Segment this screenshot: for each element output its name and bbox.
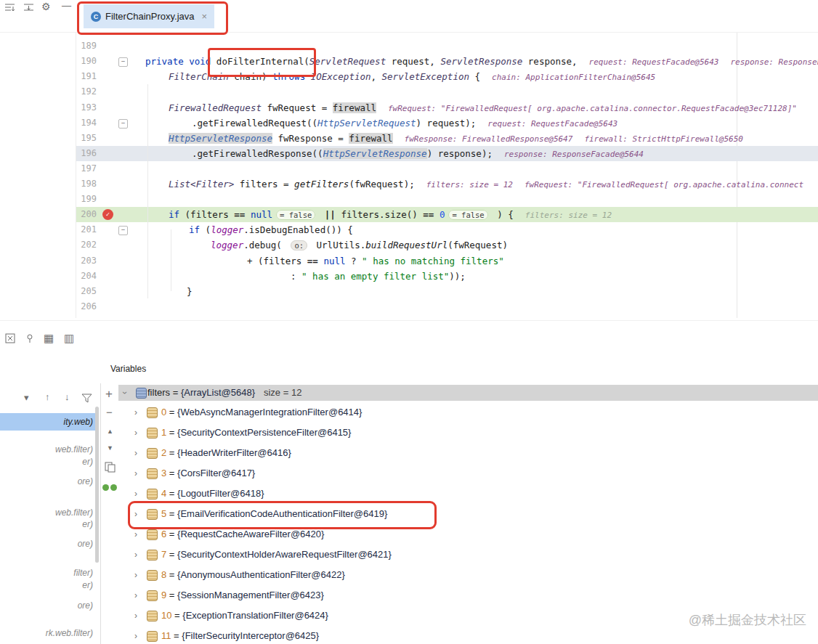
restore-layout-icon[interactable] bbox=[4, 333, 16, 347]
code-line-189[interactable]: 189 bbox=[76, 38, 818, 54]
chevron-right-icon[interactable]: › bbox=[134, 423, 137, 442]
code-line-206[interactable]: 206 bbox=[76, 299, 818, 314]
code-line-202[interactable]: 202logger.debug( o: UrlUtils.buildReques… bbox=[76, 237, 818, 253]
stack-frame-row-5[interactable]: er) bbox=[0, 518, 97, 531]
variables-row-8[interactable]: ›8 = {AnonymousAuthenticationFilter@6422… bbox=[118, 566, 818, 584]
variables-row-11[interactable]: ›11 = {FilterSecurityInterceptor@6425} bbox=[118, 627, 818, 644]
code-token: (fwRequest) bbox=[448, 240, 508, 250]
line-number[interactable]: 191 bbox=[76, 69, 97, 84]
stack-frame-row-8[interactable]: er) bbox=[0, 579, 97, 592]
line-number[interactable]: 200 bbox=[76, 207, 97, 222]
variables-row-3[interactable]: ›3 = {CorsFilter@6417} bbox=[118, 464, 818, 483]
code-line-197[interactable]: 197 bbox=[76, 161, 818, 176]
code-line-193[interactable]: 193FirewalledRequest fwRequest = firewal… bbox=[76, 100, 818, 115]
line-number[interactable]: 195 bbox=[76, 131, 97, 146]
chevron-down-icon[interactable]: › bbox=[117, 391, 133, 394]
value-icon bbox=[147, 468, 158, 479]
frames-panel[interactable]: ity.web)web.filter)er)ore)web.filter)er)… bbox=[0, 383, 100, 644]
chevron-right-icon[interactable]: › bbox=[134, 606, 137, 625]
add-watch-icon[interactable]: + bbox=[105, 387, 113, 402]
chevron-right-icon[interactable]: › bbox=[134, 403, 137, 422]
move-down-icon[interactable]: ▼ bbox=[107, 444, 113, 452]
code-line-199[interactable]: 199 bbox=[76, 192, 818, 207]
variables-row-0[interactable]: ›0 = {WebAsyncManagerIntegrationFilter@6… bbox=[118, 403, 818, 422]
variable-text: filters = {ArrayList@5648}size = 12 bbox=[147, 385, 301, 401]
code-line-195[interactable]: 195HttpServletResponse fwResponse = fire… bbox=[76, 131, 818, 146]
line-number[interactable]: 202 bbox=[76, 237, 97, 253]
code-token: request, bbox=[386, 56, 440, 67]
line-number[interactable]: 198 bbox=[76, 176, 97, 192]
chevron-right-icon[interactable]: › bbox=[134, 464, 137, 483]
code-line-192[interactable]: 192 bbox=[76, 84, 818, 99]
chevron-right-icon[interactable]: › bbox=[134, 586, 137, 605]
chevron-right-icon[interactable]: › bbox=[134, 444, 137, 462]
line-number[interactable]: 206 bbox=[76, 299, 97, 314]
code-token: HttpServletRequest bbox=[317, 118, 416, 129]
stack-frame-row-2[interactable]: er) bbox=[0, 456, 97, 468]
breakpoint-icon[interactable]: ✓ bbox=[102, 209, 113, 220]
code-line-203[interactable]: 203+ (filters == null ? " has no matchin… bbox=[76, 253, 818, 269]
code-line-196[interactable]: 196.getFirewalledResponse((HttpServletRe… bbox=[76, 146, 818, 161]
code-token: logger bbox=[211, 240, 243, 250]
variables-row-1[interactable]: ›1 = {SecurityContextPersistenceFilter@6… bbox=[118, 423, 818, 442]
stack-frame-row-10[interactable]: rk.web.filter) bbox=[0, 627, 97, 640]
variables-tab-label[interactable]: Variables bbox=[110, 364, 146, 374]
code-token: ) request); bbox=[416, 118, 477, 129]
layout-grid-icon[interactable]: ▦ bbox=[44, 332, 54, 345]
line-number[interactable]: 190 bbox=[76, 54, 97, 69]
copy-value-icon[interactable] bbox=[105, 462, 116, 476]
fold-marker-icon[interactable]: − bbox=[118, 57, 128, 67]
hide-panel-icon[interactable]: — bbox=[62, 0, 71, 11]
code-line-190[interactable]: 190−private void doFilterInternal(Servle… bbox=[76, 54, 818, 69]
scroll-from-source-icon[interactable] bbox=[4, 2, 15, 16]
pin-tab-icon[interactable] bbox=[24, 333, 36, 347]
code-line-198[interactable]: 198List<Filter> filters = getFilters(fwR… bbox=[76, 176, 818, 192]
fold-marker-icon[interactable]: − bbox=[118, 119, 128, 129]
gear-icon[interactable]: ⚙ bbox=[41, 1, 51, 12]
line-number[interactable]: 205 bbox=[76, 284, 97, 299]
code-token: FirewalledRequest bbox=[169, 102, 262, 113]
variables-row-2[interactable]: ›2 = {HeaderWriterFilter@6416} bbox=[118, 444, 818, 462]
line-number[interactable]: 192 bbox=[76, 84, 97, 99]
layout-settings-icon[interactable]: ▥ bbox=[64, 332, 74, 345]
editor-lines[interactable]: 188189190−private void doFilterInternal(… bbox=[0, 0, 818, 318]
stack-frame-row-7[interactable]: filter) bbox=[0, 567, 97, 579]
chevron-right-icon[interactable]: › bbox=[134, 566, 137, 584]
remove-watch-icon[interactable]: − bbox=[106, 406, 113, 418]
line-number[interactable]: 201 bbox=[76, 222, 97, 237]
code-line-194[interactable]: 194−.getFirewalledRequest((HttpServletRe… bbox=[76, 115, 818, 131]
line-number[interactable]: 199 bbox=[76, 192, 97, 207]
line-number[interactable]: 189 bbox=[76, 38, 97, 54]
code-line-200[interactable]: 200✓if (filters == null= false || filter… bbox=[76, 207, 818, 222]
code-line-205[interactable]: 205} bbox=[76, 284, 818, 299]
code-token: UrlUtils. bbox=[311, 240, 365, 250]
variable-text: 1 = {SecurityContextPersistenceFilter@64… bbox=[161, 423, 351, 442]
line-number[interactable]: 204 bbox=[76, 269, 97, 284]
variables-row-9[interactable]: ›9 = {SessionManagementFilter@6423} bbox=[118, 586, 818, 605]
stack-frame-row-1[interactable]: web.filter) bbox=[0, 444, 97, 456]
move-up-icon[interactable]: ▲ bbox=[107, 428, 113, 435]
stack-frame-row-3[interactable]: ore) bbox=[0, 476, 97, 488]
line-number[interactable]: 197 bbox=[76, 161, 97, 176]
line-number[interactable]: 194 bbox=[76, 115, 97, 131]
variables-root-row[interactable]: ›filters = {ArrayList@5648}size = 12 bbox=[118, 385, 818, 401]
watermark: @稀土掘金技术社区 bbox=[676, 611, 806, 629]
line-number[interactable]: 196 bbox=[76, 146, 97, 161]
chevron-right-icon[interactable]: › bbox=[134, 545, 137, 564]
line-number[interactable]: 203 bbox=[76, 253, 97, 269]
stack-frame-row-6[interactable]: ore) bbox=[0, 538, 97, 550]
stack-frame-row-0[interactable]: ity.web) bbox=[0, 413, 97, 431]
collapse-all-icon[interactable] bbox=[23, 2, 34, 16]
code-token bbox=[245, 209, 251, 220]
fold-marker-icon[interactable]: − bbox=[118, 226, 128, 235]
code-line-204[interactable]: 204: " has an empty filter list")); bbox=[76, 269, 818, 284]
stack-frame-row-4[interactable]: web.filter) bbox=[0, 507, 97, 519]
show-watches-icon[interactable] bbox=[102, 484, 117, 491]
code-line-201[interactable]: 201−if (logger.isDebugEnabled()) { bbox=[76, 222, 818, 237]
line-number[interactable]: 193 bbox=[76, 100, 97, 115]
chevron-right-icon[interactable]: › bbox=[134, 627, 137, 644]
frames-scrollbar[interactable] bbox=[95, 407, 99, 563]
variables-row-7[interactable]: ›7 = {SecurityContextHolderAwareRequestF… bbox=[118, 545, 818, 564]
code-line-191[interactable]: 191FilterChain chain) throws IOException… bbox=[76, 69, 818, 84]
stack-frame-row-9[interactable]: ore) bbox=[0, 600, 97, 612]
